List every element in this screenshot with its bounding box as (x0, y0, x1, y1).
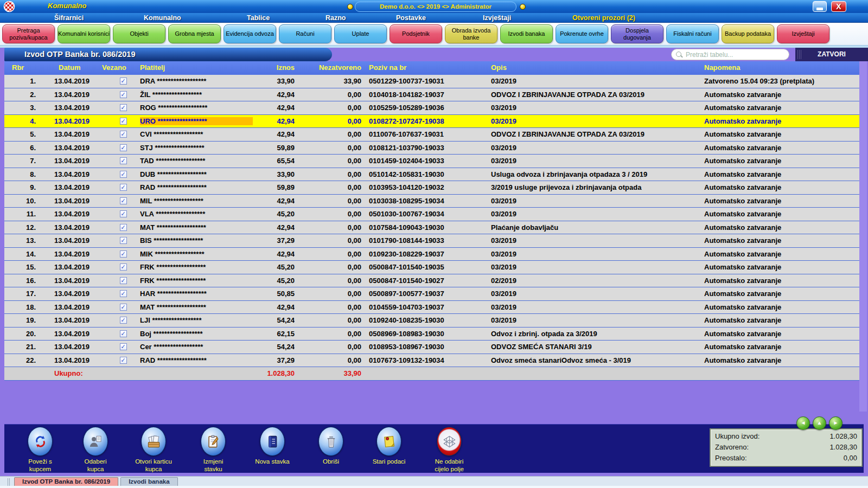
vezano-checkbox[interactable] (120, 330, 127, 337)
zatvori-button[interactable]: ZATVORI (795, 48, 868, 61)
table-row[interactable]: 5.13.04.2019CVI ******************42,940… (4, 128, 859, 142)
vezano-checkbox[interactable] (120, 357, 127, 364)
toolbar-button-backup-podataka[interactable]: Backup podataka (722, 24, 774, 43)
table-row[interactable]: 8.13.04.2019DUB ******************33,900… (4, 168, 859, 182)
cell-rbr: 15. (9, 263, 36, 271)
vezano-checkbox[interactable] (120, 237, 127, 244)
toolbar-button-evidencija-odvoza[interactable]: Evidencija odvoza (224, 24, 276, 43)
vezano-checkbox[interactable] (120, 144, 127, 151)
vezano-checkbox[interactable] (120, 131, 127, 138)
nav-left-icon[interactable]: ◄ (796, 416, 810, 430)
table-row[interactable]: 10.13.04.2019MIL ******************42,94… (4, 195, 859, 208)
vezano-checkbox[interactable] (120, 290, 127, 297)
toolbar-button-ra-uni[interactable]: Računi (279, 24, 331, 43)
table-row[interactable]: 21.13.04.2019Cer ******************54,24… (4, 341, 859, 354)
toolbar-button-pokrenute-ovrhe[interactable]: Pokrenute ovrhe (556, 24, 608, 43)
close-button[interactable]: X (831, 1, 846, 12)
minimize-button[interactable] (813, 1, 827, 12)
column-header-datum[interactable]: Datum (59, 63, 107, 72)
table-row[interactable]: 18.13.04.2019MAT ******************42,94… (4, 301, 859, 314)
table-row[interactable]: 16.13.04.2019FRK ******************45,20… (4, 274, 859, 288)
vezano-checkbox[interactable] (120, 277, 127, 284)
table-row[interactable]: 14.13.04.2019MIK ******************42,94… (4, 248, 859, 261)
cell-rbr: 13. (9, 236, 36, 245)
action-button-obri-i[interactable]: Obriši (305, 427, 357, 465)
vezano-checkbox[interactable] (120, 343, 127, 350)
column-header-platitelj[interactable]: Platitelj (140, 63, 253, 72)
table-row[interactable]: 2.13.04.2019ŽIL ******************42,940… (4, 88, 859, 102)
action-button-nova-stavka[interactable]: Nova stavka (246, 427, 298, 465)
action-button-izmjeni-stavku[interactable]: Izmjeni stavku (187, 427, 239, 473)
column-header-iznos[interactable]: Iznos (238, 63, 295, 72)
toolbar-button-komunalni-korisnici[interactable]: Komunalni korisnici (58, 24, 110, 43)
menu-postavke[interactable]: Postavke (396, 14, 483, 22)
column-header-poziv-na-br[interactable]: Poziv na br (369, 63, 487, 72)
cell-rbr: 4. (9, 117, 36, 125)
action-button-stari-podaci[interactable]: Stari podaci (363, 427, 415, 465)
column-header-nezatvoreno[interactable]: Nezatvoreno (302, 63, 361, 72)
action-button-ne-odabiri-cijelo-polje[interactable]: Ne odabiri cijelo polje (423, 427, 475, 473)
table-row[interactable]: 4.13.04.2019URO ******************42,940… (4, 115, 859, 129)
cell-iznos: 42,94 (238, 223, 295, 232)
action-button-odaberi-kupca[interactable]: Odaberi kupca (69, 427, 122, 473)
table-row[interactable]: 22.13.04.2019RAD ******************37,29… (4, 354, 859, 368)
window-tab-izvodi-banaka[interactable]: Izvodi banaka (120, 477, 177, 486)
window-tab-izvod-otp-banka-br-086-2019[interactable]: Izvod OTP Banka br. 086/2019 (14, 477, 118, 486)
column-header-vezano[interactable]: Vezano (102, 63, 140, 72)
toolbar-button-uplate[interactable]: Uplate (334, 24, 387, 43)
column-header-napomena[interactable]: Napomena (704, 63, 857, 72)
table-row[interactable]: 3.13.04.2019ROG ******************42,940… (4, 101, 859, 115)
column-header-rbr[interactable]: Rbr (12, 63, 39, 72)
menu-ifrarnici[interactable]: Šifrarnici (54, 14, 144, 22)
toolbar-button-obrada-izvoda-banke[interactable]: Obrada izvoda banke (445, 24, 497, 43)
vezano-checkbox[interactable] (120, 184, 127, 191)
vezano-checkbox[interactable] (120, 224, 127, 231)
vezano-checkbox[interactable] (120, 317, 127, 324)
table-row[interactable]: 6.13.04.2019STJ ******************59,890… (4, 142, 859, 155)
toolbar-button-grobna-mjesta[interactable]: Grobna mjesta (168, 24, 221, 43)
vezano-checkbox[interactable] (120, 171, 127, 178)
table-row[interactable]: 13.13.04.2019BIS ******************37,29… (4, 234, 859, 248)
toolbar-button-izvodi-banaka[interactable]: Izvodi banaka (500, 24, 553, 43)
search-input[interactable] (671, 49, 789, 60)
toolbar-button-izvje-taji[interactable]: Izvještaji (777, 24, 829, 43)
nav-right-icon[interactable]: ► (829, 416, 843, 430)
table-row[interactable]: 11.13.04.2019VLA ******************45,20… (4, 208, 859, 221)
vezano-checkbox[interactable] (120, 304, 127, 311)
nav-up-icon[interactable]: ▲ (813, 416, 826, 430)
menu-bar: ŠifrarniciKomunalnoTabliceRaznoPostavkeI… (0, 13, 868, 23)
toolbar-button-dospjela-dugovanja[interactable]: Dospjela dugovanja (611, 24, 663, 43)
table-row[interactable]: 12.13.04.2019MAT ******************42,94… (4, 221, 859, 235)
toolbar-button-fiskalni-ra-uni[interactable]: Fiskalni računi (666, 24, 719, 43)
vezano-checkbox[interactable] (120, 251, 127, 258)
table-row[interactable]: 20.13.04.2019Boj ******************62,15… (4, 328, 859, 341)
vezano-checkbox[interactable] (120, 78, 127, 85)
toolbar-button-podsjetnik[interactable]: Podsjetnik (390, 24, 442, 43)
vezano-checkbox[interactable] (120, 264, 127, 271)
vezano-checkbox[interactable] (120, 104, 127, 111)
menu-komunalno[interactable]: Komunalno (144, 14, 247, 22)
toolbar-button-pretraga-poziva-kupaca[interactable]: Pretraga poziva/kupaca (2, 24, 55, 43)
table-row[interactable]: 7.13.04.2019TAD ******************65,540… (4, 155, 859, 168)
toolbar-button-objekti[interactable]: Objekti (113, 24, 165, 43)
menu-razno[interactable]: Razno (326, 14, 396, 22)
action-button-otvori-karticu-kupca[interactable]: Otvori karticu kupca (127, 427, 180, 473)
vezano-checkbox[interactable] (120, 91, 127, 98)
table-row[interactable]: 17.13.04.2019HAR ******************50,85… (4, 287, 859, 301)
table-row[interactable]: 19.13.04.2019LJI ******************54,24… (4, 314, 859, 328)
column-header-opis[interactable]: Opis (491, 63, 701, 72)
cell-nezatvoreno: 0,00 (302, 91, 361, 99)
table-scrollbar[interactable] (859, 61, 867, 412)
table-row[interactable]: 9.13.04.2019RAD ******************59,890… (4, 181, 859, 195)
cell-datum: 13.04.2019 (54, 290, 103, 298)
menu-tablice[interactable]: Tablice (247, 14, 326, 22)
vezano-checkbox[interactable] (120, 197, 127, 204)
menu-otvoreni-prozori-2[interactable]: Otvoreni prozori (2) (572, 14, 692, 22)
menu-izvje-taji[interactable]: Izvještaji (483, 14, 572, 22)
table-row[interactable]: 15.13.04.2019FRK ******************45,20… (4, 261, 859, 274)
vezano-checkbox[interactable] (120, 118, 127, 125)
vezano-checkbox[interactable] (120, 210, 127, 217)
vezano-checkbox[interactable] (120, 157, 127, 164)
action-button-pove-i-s-kupcem[interactable]: Poveži s kupcem (14, 427, 66, 473)
table-row[interactable]: 1.13.04.2019DRA ******************33,903… (4, 75, 859, 88)
